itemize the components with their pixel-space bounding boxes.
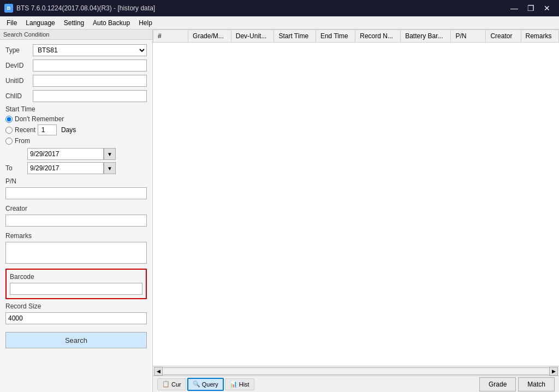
type-select[interactable]: BTS81 BTS82 BTS83 (33, 44, 147, 56)
menu-setting[interactable]: Setting (60, 18, 88, 28)
menu-file[interactable]: File (2, 18, 21, 28)
grade-button[interactable]: Grade (479, 377, 516, 391)
query-icon: 🔍 (193, 381, 200, 388)
creator-label: Creator (5, 205, 147, 212)
radio-dont-remember-row: Don't Remember (5, 115, 147, 123)
search-condition-header: Search Condition (0, 29, 152, 40)
data-table: # Grade/M... Dev-Unit... Start Time End … (153, 29, 559, 43)
left-panel: Search Condition Type BTS81 BTS82 BTS83 … (0, 29, 153, 392)
chlid-input[interactable] (33, 90, 147, 102)
window-controls: — ❐ ✕ (507, 2, 555, 14)
devid-input[interactable] (33, 60, 147, 72)
barcode-input[interactable] (10, 283, 142, 295)
devid-row: DevID (5, 60, 147, 72)
hist-icon: 📊 (230, 381, 237, 388)
title-bar: B BTS 7.6.0.1224(2017.08.04)(R3) - [hist… (0, 0, 559, 16)
chlid-label: ChlID (5, 92, 33, 100)
tab-query-label: Query (202, 381, 218, 388)
unitid-label: UnitID (5, 77, 33, 85)
barcode-section: Barcode (5, 269, 147, 299)
table-header-row: # Grade/M... Dev-Unit... Start Time End … (153, 30, 559, 43)
minimize-button[interactable]: — (507, 2, 522, 14)
unitid-input[interactable] (33, 75, 147, 87)
to-date-input[interactable] (27, 162, 104, 174)
search-button[interactable]: Search (5, 332, 147, 348)
scroll-right-button[interactable]: ▶ (549, 367, 558, 376)
radio-from-row: From (5, 137, 147, 145)
tab-hist-label: Hist (239, 381, 249, 388)
radio-dont-remember[interactable] (5, 116, 13, 123)
type-label: Type (5, 46, 33, 54)
creator-input[interactable] (5, 215, 147, 227)
to-date-calendar-button[interactable]: ▼ (104, 162, 116, 174)
table-container[interactable]: # Grade/M... Dev-Unit... Start Time End … (153, 29, 559, 366)
app-icon: B (4, 4, 13, 13)
match-button[interactable]: Match (518, 377, 555, 391)
menu-language[interactable]: Language (21, 18, 59, 28)
close-button[interactable]: ✕ (539, 2, 555, 14)
bottom-row: 📋 Cur 🔍 Query 📊 Hist Grade Match (153, 376, 559, 392)
form-area: Type BTS81 BTS82 BTS83 DevID UnitID (0, 40, 152, 392)
radio-from[interactable] (5, 138, 13, 145)
tab-cur[interactable]: 📋 Cur (157, 378, 186, 390)
cur-icon: 📋 (162, 381, 170, 388)
col-battery: Battery Bar... (401, 30, 451, 43)
recent-days-input[interactable] (38, 124, 57, 135)
remarks-label: Remarks (5, 232, 147, 240)
radio-from-label[interactable]: From (15, 137, 30, 145)
from-date-calendar-button[interactable]: ▼ (104, 148, 116, 160)
tab-hist[interactable]: 📊 Hist (225, 378, 254, 390)
tab-cur-label: Cur (171, 381, 181, 388)
col-remarks: Remarks (521, 30, 559, 43)
start-time-label: Start Time (5, 105, 147, 113)
main-container: Search Condition Type BTS81 BTS82 BTS83 … (0, 29, 559, 392)
radio-recent[interactable] (5, 127, 13, 134)
scroll-track[interactable] (163, 367, 549, 375)
col-endtime: End Time (316, 30, 355, 43)
to-label: To (5, 164, 27, 172)
menu-autobackup[interactable]: Auto Backup (88, 18, 134, 28)
col-starttime: Start Time (274, 30, 316, 43)
menu-bar: File Language Setting Auto Backup Help (0, 16, 559, 29)
bottom-tabs-container: 📋 Cur 🔍 Query 📊 Hist (157, 378, 254, 391)
from-date-row: ▼ (5, 148, 147, 160)
radio-recent-row: Recent Days (5, 124, 147, 135)
remarks-input[interactable] (5, 242, 147, 264)
scroll-left-button[interactable]: ◀ (154, 367, 163, 376)
content-area: Search Condition Type BTS81 BTS82 BTS83 … (0, 29, 559, 392)
tab-query[interactable]: 🔍 Query (187, 378, 224, 391)
days-label: Days (61, 126, 76, 134)
record-size-label: Record Size (5, 302, 147, 310)
pn-input[interactable] (5, 187, 147, 199)
right-panel: # Grade/M... Dev-Unit... Start Time End … (153, 29, 559, 392)
record-size-section: Record Size (5, 302, 147, 328)
col-grade: Grade/M... (188, 30, 231, 43)
spinner-group (38, 124, 57, 135)
unitid-row: UnitID (5, 75, 147, 87)
horizontal-scrollbar[interactable]: ◀ ▶ (153, 366, 559, 376)
maximize-button[interactable]: ❐ (523, 2, 538, 14)
devid-label: DevID (5, 62, 33, 69)
pn-label: P/N (5, 177, 147, 185)
chlid-row: ChlID (5, 90, 147, 102)
col-pn: P/N (451, 30, 486, 43)
col-devunit: Dev-Unit... (231, 30, 274, 43)
radio-group: Don't Remember Recent Days From (5, 115, 147, 145)
type-row: Type BTS81 BTS82 BTS83 (5, 44, 147, 56)
bottom-right-buttons: Grade Match (479, 377, 555, 391)
radio-recent-label[interactable]: Recent (15, 126, 35, 134)
record-size-input[interactable] (5, 312, 147, 324)
to-date-row: To ▼ (5, 162, 147, 174)
col-recordn: Record N... (355, 30, 401, 43)
barcode-label: Barcode (10, 273, 142, 281)
radio-dont-remember-label[interactable]: Don't Remember (15, 115, 64, 123)
window-title: BTS 7.6.0.1224(2017.08.04)(R3) - [histor… (16, 4, 155, 12)
from-date-input[interactable] (27, 148, 104, 160)
col-creator: Creator (486, 30, 521, 43)
menu-help[interactable]: Help (134, 18, 157, 28)
col-hash: # (153, 30, 188, 43)
